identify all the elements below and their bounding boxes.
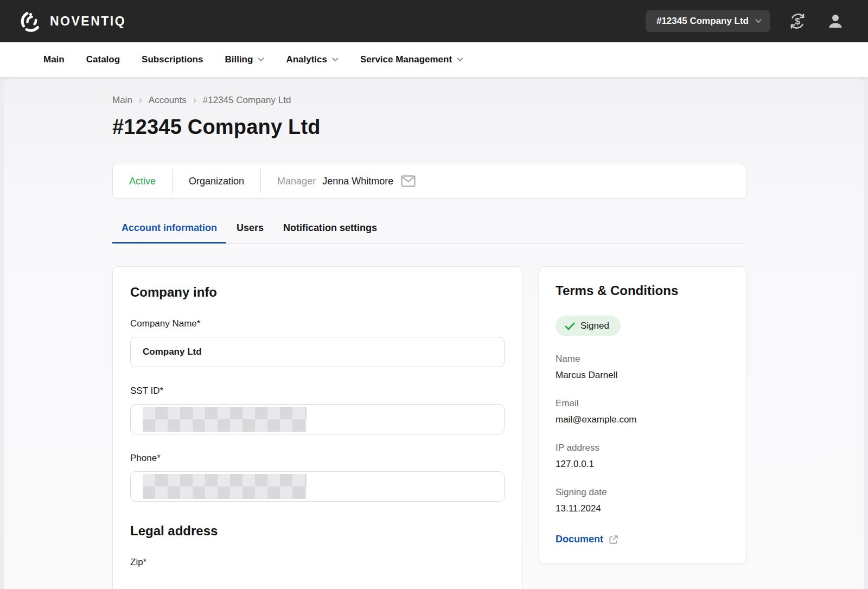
account-status-card: Active Organization Manager Jenna Whitmo… xyxy=(112,164,746,199)
noventiq-logo-icon xyxy=(20,9,43,33)
external-link-icon xyxy=(609,535,618,545)
content-panel: Main › Accounts › #12345 Company Ltd #12… xyxy=(4,77,864,589)
breadcrumb: Main › Accounts › #12345 Company Ltd xyxy=(112,77,746,106)
manager-name: Jenna Whitmore xyxy=(322,176,393,187)
breadcrumb-main[interactable]: Main xyxy=(112,95,132,106)
envelope-icon xyxy=(401,175,416,187)
signer-email-value: mail@example.com xyxy=(556,414,730,425)
company-name-input[interactable]: Company Ltd xyxy=(130,337,505,367)
svg-text:$: $ xyxy=(795,16,800,27)
user-profile-button[interactable] xyxy=(825,10,846,32)
top-bar: NOVENTIQ #12345 Company Ltd $ xyxy=(0,0,868,42)
status-badge: Active xyxy=(113,176,172,187)
chevron-down-icon xyxy=(457,57,463,62)
signed-status-badge: Signed xyxy=(556,316,621,336)
check-icon xyxy=(565,322,575,330)
brand-logo[interactable]: NOVENTIQ xyxy=(20,9,126,33)
company-info-heading: Company info xyxy=(130,285,505,300)
breadcrumb-separator: › xyxy=(193,94,196,106)
ip-address-label: IP address xyxy=(556,443,730,453)
nav-item-billing[interactable]: Billing xyxy=(225,54,264,65)
breadcrumb-accounts[interactable]: Accounts xyxy=(149,95,187,106)
currency-exchange-button[interactable]: $ xyxy=(787,10,808,32)
nav-item-catalog[interactable]: Catalog xyxy=(86,54,120,65)
signed-label: Signed xyxy=(580,321,609,331)
nav-label: Billing xyxy=(225,54,253,65)
company-info-card: Company info Company Name* Company Ltd S… xyxy=(112,266,522,589)
sst-id-label: SST ID* xyxy=(130,386,505,396)
main-nav: Main Catalog Subscriptions Billing Analy… xyxy=(0,42,868,77)
tab-users[interactable]: Users xyxy=(227,216,273,243)
tab-account-information[interactable]: Account information xyxy=(112,216,226,243)
manager-label: Manager xyxy=(277,176,316,187)
tab-bar: Account information Users Notification s… xyxy=(112,216,746,244)
topbar-actions: #12345 Company Ltd $ xyxy=(646,10,846,32)
account-type: Organization xyxy=(173,176,260,187)
chevron-down-icon xyxy=(332,57,339,62)
signing-date-value: 13.11.2024 xyxy=(556,503,730,514)
document-link[interactable]: Document xyxy=(556,534,618,545)
breadcrumb-separator: › xyxy=(139,94,142,106)
nav-label: Catalog xyxy=(86,54,120,65)
company-name-value: Company Ltd xyxy=(143,347,202,357)
signer-name-label: Name xyxy=(556,354,730,364)
currency-exchange-icon: $ xyxy=(788,11,807,31)
nav-item-subscriptions[interactable]: Subscriptions xyxy=(142,54,203,65)
account-selector-label: #12345 Company Ltd xyxy=(656,16,749,27)
user-icon xyxy=(827,12,844,30)
terms-conditions-card: Terms & Conditions Signed Name Marcus Da… xyxy=(539,266,746,564)
zip-label: Zip* xyxy=(130,557,505,568)
chevron-down-icon xyxy=(755,19,762,23)
manager-email-button[interactable] xyxy=(401,175,416,187)
tab-notification-settings[interactable]: Notification settings xyxy=(274,216,386,243)
nav-label: Service Management xyxy=(360,54,452,65)
ip-address-value: 127.0.0.1 xyxy=(556,459,730,470)
nav-label: Analytics xyxy=(286,54,327,65)
signer-name-value: Marcus Darnell xyxy=(556,370,730,381)
signer-email-label: Email xyxy=(556,398,730,409)
page-title: #12345 Company Ltd xyxy=(112,116,746,139)
redacted-value xyxy=(143,474,307,499)
signing-date-label: Signing date xyxy=(556,487,730,498)
company-name-label: Company Name* xyxy=(130,318,505,329)
nav-label: Main xyxy=(43,54,65,65)
document-link-label: Document xyxy=(556,534,603,545)
brand-name: NOVENTIQ xyxy=(50,14,126,29)
nav-label: Subscriptions xyxy=(142,54,203,65)
redacted-value xyxy=(143,407,307,432)
chevron-down-icon xyxy=(258,57,264,62)
legal-address-heading: Legal address xyxy=(130,523,505,539)
manager-info: Manager Jenna Whitmore xyxy=(261,175,432,187)
phone-input[interactable] xyxy=(130,471,505,502)
account-selector-dropdown[interactable]: #12345 Company Ltd xyxy=(646,10,770,32)
terms-heading: Terms & Conditions xyxy=(556,283,730,298)
nav-item-main[interactable]: Main xyxy=(43,54,65,65)
phone-label: Phone* xyxy=(130,453,505,464)
breadcrumb-current: #12345 Company Ltd xyxy=(203,95,291,106)
nav-item-analytics[interactable]: Analytics xyxy=(286,54,339,65)
nav-item-service-management[interactable]: Service Management xyxy=(360,54,463,65)
sst-id-input[interactable] xyxy=(130,404,505,434)
